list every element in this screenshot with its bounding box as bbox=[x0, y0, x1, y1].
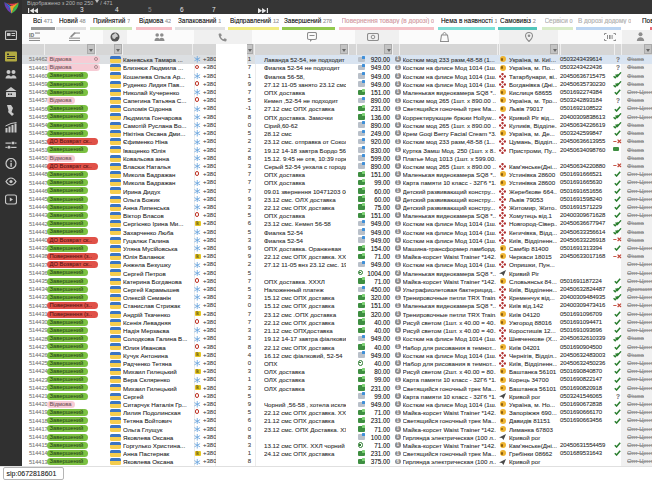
svg-text:ID: ID bbox=[29, 32, 34, 38]
